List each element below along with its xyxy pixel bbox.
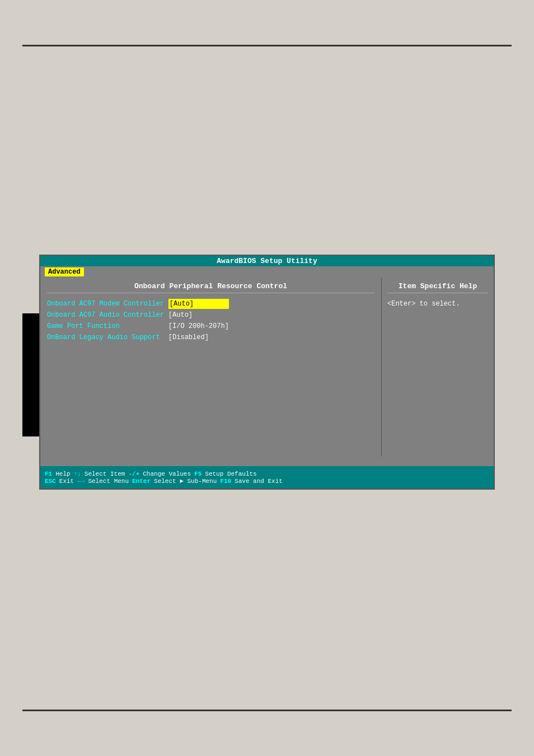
settings-values: [Auto] [Auto] [I/O 200h-207h] [Disabled]: [168, 299, 229, 342]
page-wrapper: AwardBIOS Setup Utility Advanced Onboard…: [0, 0, 534, 756]
setting-label-3: OnBoard Legacy Audio Support: [47, 332, 164, 342]
setting-value-3[interactable]: [Disabled]: [168, 332, 229, 342]
left-panel: [22, 313, 39, 436]
bios-content: Onboard Peripheral Resource Control Onbo…: [40, 278, 494, 457]
key-enter: Enter: [132, 478, 151, 485]
desc-select-item: Select Item: [85, 471, 125, 477]
bios-screen: AwardBIOS Setup Utility Advanced Onboard…: [39, 255, 495, 490]
desc-help: Help: [55, 471, 70, 477]
status-line-1: F1 Help ↑↓ Select Item -/+ Change Values…: [45, 471, 283, 477]
top-rule: [22, 45, 512, 46]
desc-select-menu: Select Menu: [88, 478, 129, 485]
key-arrows-lr: ←→: [77, 478, 85, 485]
status-rows: F1 Help ↑↓ Select Item -/+ Change Values…: [45, 471, 283, 485]
setting-label-1: Onboard AC97 Audio Controller: [47, 310, 164, 320]
bios-right-panel: Item Specific Help <Enter> to select.: [382, 278, 494, 457]
settings-area: Onboard AC97 Modem Controller Onboard AC…: [47, 299, 374, 342]
key-f5: F5: [194, 471, 202, 477]
desc-exit: Exit: [59, 478, 74, 485]
help-title: Item Specific Help: [387, 282, 488, 293]
setting-value-2[interactable]: [I/O 200h-207h]: [168, 321, 229, 331]
key-f10: F10: [220, 478, 231, 485]
desc-select-submenu: Select ► Sub-Menu: [154, 478, 217, 485]
key-arrows-ud: ↑↓: [74, 471, 81, 477]
help-text: <Enter> to select.: [387, 299, 488, 309]
key-plusminus: -/+: [128, 471, 139, 477]
setting-label-2: Game Port Function: [47, 321, 164, 331]
bios-title: AwardBIOS Setup Utility: [217, 257, 317, 265]
desc-change-values: Change Values: [143, 471, 191, 477]
status-line-2: ESC Exit ←→ Select Menu Enter Select ► S…: [45, 478, 283, 485]
setting-value-0[interactable]: [Auto]: [168, 299, 229, 309]
bios-menu-bar: Advanced: [40, 266, 494, 278]
desc-save-exit: Save and Exit: [235, 478, 283, 485]
bios-title-bar: AwardBIOS Setup Utility: [40, 256, 494, 266]
bios-left-panel: Onboard Peripheral Resource Control Onbo…: [40, 278, 382, 457]
setting-value-1[interactable]: [Auto]: [168, 310, 229, 320]
bottom-rule: [22, 710, 512, 711]
key-f1: F1: [45, 471, 52, 477]
menu-item-advanced[interactable]: Advanced: [45, 267, 84, 276]
key-esc: ESC: [45, 478, 56, 485]
bios-status-bar: F1 Help ↑↓ Select Item -/+ Change Values…: [40, 466, 494, 489]
section-title: Onboard Peripheral Resource Control: [47, 282, 374, 293]
desc-setup-defaults: Setup Defaults: [205, 471, 256, 477]
settings-labels: Onboard AC97 Modem Controller Onboard AC…: [47, 299, 164, 342]
setting-label-0: Onboard AC97 Modem Controller: [47, 299, 164, 309]
